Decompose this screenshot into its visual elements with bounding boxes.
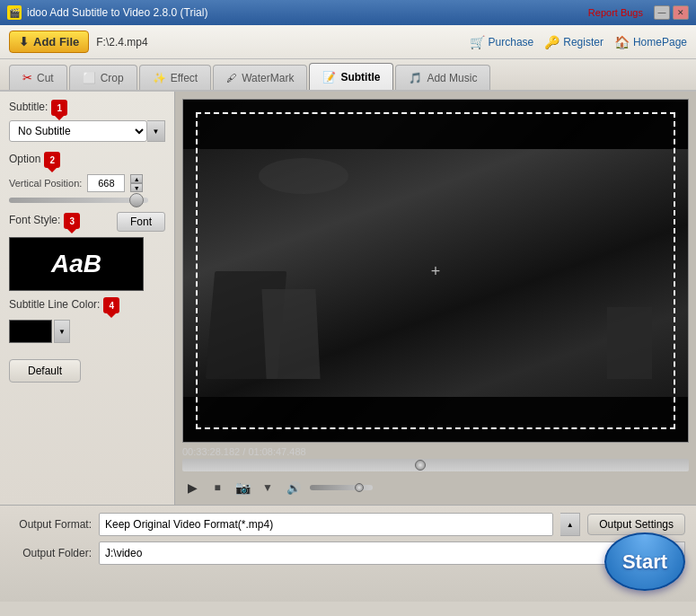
tab-crop[interactable]: ⬜ Crop — [69, 65, 137, 90]
right-panel: + 00:33:28.182 / 01:08:47.488 ▶ ■ 📷 ▼ 🔊 — [175, 92, 696, 505]
homepage-button[interactable]: 🏠 HomePage — [614, 35, 687, 49]
font-section: Font Style: 3 Font AaB — [9, 212, 165, 291]
color-label: Subtitle Line Color: — [9, 298, 100, 311]
music-icon: 🎵 — [409, 72, 422, 84]
start-label: Start — [622, 550, 667, 574]
step3-badge: 3 — [64, 213, 80, 229]
output-folder-row: Output Folder: 📁 🔍 — [11, 541, 685, 565]
crosshair: + — [431, 261, 441, 280]
spin-down-button[interactable]: ▼ — [130, 183, 143, 192]
subtitle-section: Subtitle: 1 No Subtitle ▼ — [9, 101, 165, 142]
file-path: F:\2.4.mp4 — [96, 36, 147, 48]
register-button[interactable]: 🔑 Register — [544, 35, 603, 49]
register-icon: 🔑 — [544, 35, 559, 49]
default-button[interactable]: Default — [9, 359, 81, 383]
watermark-icon: 🖋 — [226, 72, 237, 84]
color-section: Subtitle Line Color: 4 ▼ — [9, 298, 165, 343]
add-file-icon: ⬇ — [19, 35, 29, 48]
video-container: + — [182, 99, 689, 443]
spin-buttons: ▲ ▼ — [130, 174, 143, 192]
titlebar: 🎬 idoo Add Subtitle to Video 2.8.0 (Tria… — [0, 0, 696, 25]
output-folder-input[interactable] — [99, 541, 633, 565]
play-button[interactable]: ▶ — [182, 478, 202, 497]
app-icon: 🎬 — [7, 5, 22, 20]
subtitle-dropdown-arrow[interactable]: ▼ — [147, 120, 165, 142]
stop-button[interactable]: ■ — [207, 478, 227, 497]
cart-icon: 🛒 — [470, 35, 485, 49]
effect-icon: ✨ — [153, 72, 166, 84]
subtitle-dropdown[interactable]: No Subtitle — [9, 120, 147, 142]
subtitle-icon: 📝 — [322, 71, 336, 84]
output-format-label: Output Format: — [11, 518, 92, 531]
left-panel: Subtitle: 1 No Subtitle ▼ Option 2 Verti… — [0, 92, 175, 505]
tab-effect[interactable]: ✨ Effect — [139, 65, 211, 90]
titlebar-left: 🎬 idoo Add Subtitle to Video 2.8.0 (Tria… — [7, 5, 207, 20]
vertical-slider-thumb[interactable] — [129, 193, 144, 207]
color-swatch[interactable] — [9, 320, 52, 343]
screenshot-button[interactable]: 📷 — [233, 478, 252, 497]
output-format-row: Output Format: ▲ Output Settings — [11, 513, 685, 536]
vertical-position-input[interactable] — [87, 174, 125, 192]
vertical-position-label: Vertical Position: — [9, 178, 82, 189]
color-dropdown-arrow[interactable]: ▼ — [54, 320, 70, 343]
font-header: Font Style: 3 Font — [9, 212, 165, 232]
add-file-section: ⬇ Add File F:\2.4.mp4 — [9, 31, 148, 53]
report-bugs-link[interactable]: Report Bugs — [588, 7, 643, 18]
main-content: Subtitle: 1 No Subtitle ▼ Option 2 Verti… — [0, 92, 696, 505]
top-right-buttons: 🛒 Purchase 🔑 Register 🏠 HomePage — [470, 35, 687, 49]
output-format-dropdown[interactable]: ▲ — [560, 513, 580, 536]
tab-watermark[interactable]: 🖋 WaterMark — [213, 65, 307, 90]
purchase-button[interactable]: 🛒 Purchase — [470, 35, 534, 49]
option-label: Option — [9, 153, 40, 165]
scissors-icon: ✂ — [22, 71, 32, 84]
font-button[interactable]: Font — [117, 212, 165, 232]
progress-thumb[interactable] — [415, 460, 426, 471]
start-button-wrapper: Start — [604, 532, 685, 591]
playback-controls: ▶ ■ 📷 ▼ 🔊 — [182, 478, 689, 497]
subtitle-label: Subtitle: — [9, 101, 48, 113]
output-format-input[interactable] — [99, 513, 553, 536]
camera-dropdown-arrow[interactable]: ▼ — [258, 478, 278, 497]
start-button[interactable]: Start — [604, 532, 685, 591]
color-picker-row: ▼ — [9, 320, 165, 343]
step1-badge: 1 — [51, 100, 67, 116]
progress-bar[interactable] — [182, 459, 689, 471]
tab-cut[interactable]: ✂ Cut — [9, 65, 67, 90]
color-header: Subtitle Line Color: 4 — [9, 298, 165, 314]
tab-addmusic[interactable]: 🎵 Add Music — [395, 65, 490, 90]
volume-thumb[interactable] — [355, 483, 364, 492]
font-style-label: Font Style: — [9, 214, 60, 226]
font-preview-text: AaB — [51, 250, 101, 278]
step4-badge: 4 — [103, 297, 119, 313]
vertical-position-row: Vertical Position: ▲ ▼ — [9, 174, 165, 192]
nav-tabs: ✂ Cut ⬜ Crop ✨ Effect 🖋 WaterMark 📝 Subt… — [0, 59, 696, 92]
close-button[interactable]: ✕ — [673, 5, 689, 20]
top-toolbar: ⬇ Add File F:\2.4.mp4 🛒 Purchase 🔑 Regis… — [0, 25, 696, 59]
option-header: Option 2 — [9, 153, 165, 169]
add-file-label: Add File — [33, 35, 79, 48]
spin-up-button[interactable]: ▲ — [130, 174, 143, 183]
minimize-button[interactable]: — — [654, 5, 670, 20]
vertical-slider-track[interactable] — [9, 198, 148, 203]
crop-icon: ⬜ — [83, 72, 96, 84]
titlebar-title: idoo Add Subtitle to Video 2.8.0 (Trial) — [27, 6, 207, 19]
tab-subtitle[interactable]: 📝 Subtitle — [309, 63, 393, 90]
step2-badge: 2 — [44, 152, 60, 168]
volume-slider[interactable] — [310, 485, 373, 490]
add-file-button[interactable]: ⬇ Add File — [9, 31, 89, 53]
subtitle-select-wrapper: No Subtitle ▼ — [9, 120, 165, 142]
titlebar-controls: — ✕ — [654, 5, 689, 20]
option-section: Option 2 Vertical Position: ▲ ▼ — [9, 153, 165, 203]
timecode: 00:33:28.182 / 01:08:47.488 — [182, 443, 689, 459]
bottom-area: Output Format: ▲ Output Settings Output … — [0, 505, 696, 602]
font-preview: AaB — [9, 237, 144, 291]
volume-icon: 🔊 — [286, 481, 301, 495]
output-folder-label: Output Folder: — [11, 547, 92, 559]
home-icon: 🏠 — [614, 35, 630, 49]
